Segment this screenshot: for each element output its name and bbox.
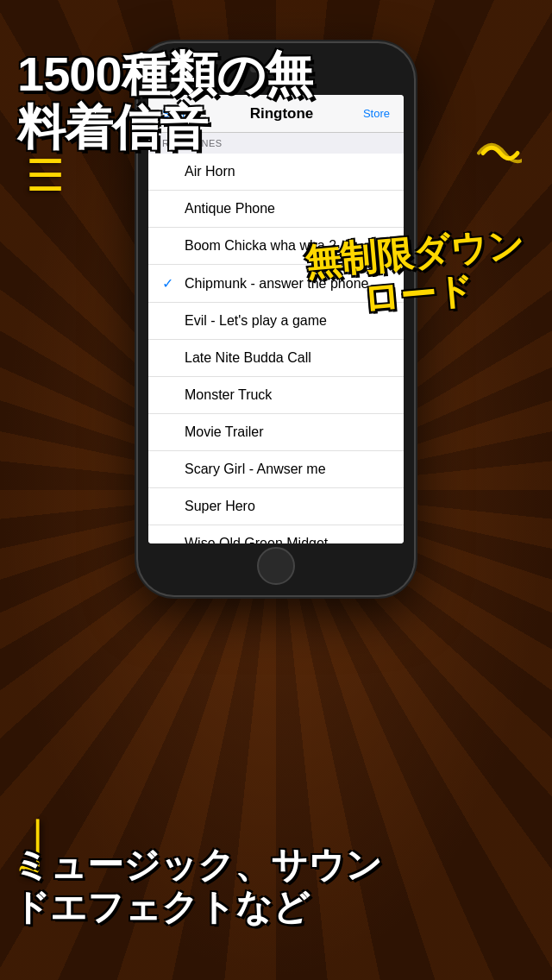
overlay-bottom-text: ミュージック、サウン ドエフェクトなど <box>13 845 382 928</box>
sound-wave-right-icon <box>474 129 522 187</box>
ringtone-item[interactable]: Movie Trailer <box>148 414 404 451</box>
overlay-top-text: 1500種類の無 料着信音 <box>17 47 312 154</box>
ringtone-name: Late Nite Budda Call <box>185 350 311 366</box>
ringtone-item[interactable]: Monster Truck <box>148 377 404 414</box>
ringtone-item[interactable]: Super Hero <box>148 488 404 525</box>
ringtone-name: Super Hero <box>185 499 255 514</box>
ringtone-item[interactable]: Wise Old Green Midget <box>148 525 404 543</box>
header-store[interactable]: Store <box>363 107 390 120</box>
ringtone-list: Air HornAntique PhoneBoom Chicka wha wha… <box>148 154 404 543</box>
ringtone-item[interactable]: Antique Phone <box>148 191 404 228</box>
ringtone-name: Movie Trailer <box>185 424 264 440</box>
ringtone-item[interactable]: Late Nite Budda Call <box>148 340 404 377</box>
ringtone-item[interactable]: Air Horn <box>148 154 404 191</box>
ringtone-name: Wise Old Green Midget <box>185 536 328 543</box>
ringtone-item[interactable]: Scary Girl - Anwser me <box>148 451 404 488</box>
phone-home-button[interactable] <box>257 547 295 585</box>
sound-wave-left-icon: ☰ <box>26 151 65 201</box>
ringtone-name: Monster Truck <box>185 387 272 403</box>
ringtone-name: Antique Phone <box>185 201 275 217</box>
ringtone-name: Air Horn <box>185 164 235 179</box>
checkmark-icon: ✓ <box>162 275 176 292</box>
ringtone-name: Scary Girl - Anwser me <box>185 462 326 477</box>
ringtone-name: Evil - Let's play a game <box>185 313 327 329</box>
